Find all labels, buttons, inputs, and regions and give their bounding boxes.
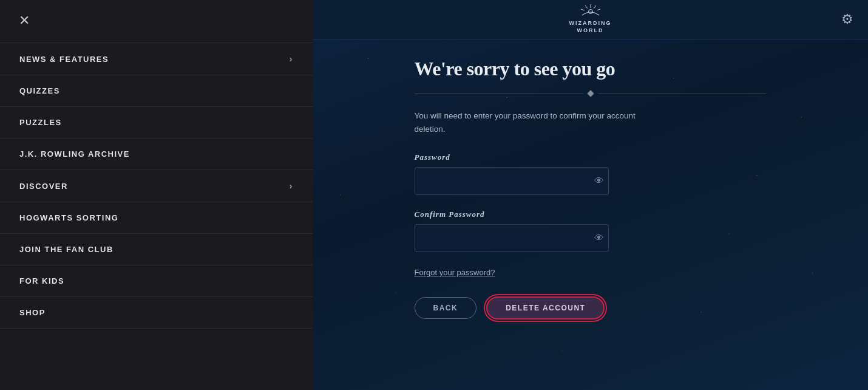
- back-button[interactable]: Back: [415, 297, 477, 319]
- svg-line-4: [581, 9, 585, 10]
- sidebar-item-label: Shop: [19, 308, 46, 317]
- sidebar-item-for-kids[interactable]: For Kids: [0, 265, 313, 297]
- sidebar-item-label: Discover: [19, 182, 68, 191]
- page-title: We're sorry to see you go: [415, 58, 767, 80]
- chevron-right-icon: ›: [290, 54, 293, 64]
- sidebar-item-label: Quizzes: [19, 86, 60, 95]
- sidebar-item-join-fan-club[interactable]: Join the Fan Club: [0, 234, 313, 265]
- logo-text: WIZARDING WORLD: [569, 20, 612, 34]
- sidebar-item-hogwarts-sorting[interactable]: Hogwarts Sorting: [0, 202, 313, 234]
- password-input-wrapper: 👁: [415, 167, 767, 195]
- eye-icon[interactable]: 👁: [594, 176, 604, 186]
- svg-line-2: [597, 9, 600, 10]
- divider-line-left: [415, 94, 583, 94]
- buttons-row: Back Delete Account: [415, 296, 767, 320]
- sidebar-item-puzzles[interactable]: Puzzles: [0, 107, 313, 139]
- logo: WIZARDING WORLD: [569, 4, 612, 34]
- svg-line-1: [594, 5, 596, 9]
- delete-account-button[interactable]: Delete Account: [486, 296, 605, 320]
- main-content: WIZARDING WORLD ⚙ We're sorry to see you…: [313, 0, 868, 390]
- password-label: Password: [415, 152, 767, 162]
- sidebar-item-label: Puzzles: [19, 118, 62, 127]
- sidebar-item-quizzes[interactable]: Quizzes: [0, 75, 313, 107]
- divider-diamond: [587, 90, 594, 97]
- sidebar-item-label: J.K. Rowling Archive: [19, 149, 130, 159]
- sidebar: ✕ News & Features › Quizzes Puzzles J.K.…: [0, 0, 313, 390]
- sidebar-item-label: Hogwarts Sorting: [19, 213, 118, 222]
- close-button[interactable]: ✕: [15, 11, 34, 30]
- password-input[interactable]: [415, 167, 609, 195]
- sidebar-nav: News & Features › Quizzes Puzzles J.K. R…: [0, 43, 313, 329]
- divider: [415, 91, 767, 96]
- sidebar-item-label: News & Features: [19, 55, 109, 64]
- sidebar-item-news-features[interactable]: News & Features ›: [0, 43, 313, 75]
- confirm-password-input-wrapper: 👁: [415, 224, 767, 252]
- sidebar-item-label: Join the Fan Club: [19, 245, 114, 254]
- confirm-eye-icon[interactable]: 👁: [594, 233, 604, 244]
- sidebar-item-label: For Kids: [19, 276, 64, 286]
- form-container: We're sorry to see you go You will need …: [378, 39, 803, 338]
- confirm-password-label: Confirm Password: [415, 210, 767, 219]
- chevron-right-icon: ›: [290, 181, 293, 191]
- svg-point-5: [588, 10, 592, 14]
- settings-icon[interactable]: ⚙: [841, 12, 853, 27]
- svg-line-3: [585, 5, 588, 9]
- subtitle-text: You will need to enter your password to …: [415, 109, 645, 135]
- logo-icon: [579, 4, 602, 20]
- confirm-password-input[interactable]: [415, 224, 609, 252]
- divider-line-right: [598, 94, 767, 94]
- sidebar-item-discover[interactable]: Discover ›: [0, 170, 313, 202]
- sidebar-item-jk-rowling-archive[interactable]: J.K. Rowling Archive: [0, 139, 313, 170]
- forgot-password-link[interactable]: Forgot your password?: [415, 268, 495, 277]
- sidebar-item-shop[interactable]: Shop: [0, 297, 313, 329]
- top-header: WIZARDING WORLD ⚙: [313, 0, 868, 39]
